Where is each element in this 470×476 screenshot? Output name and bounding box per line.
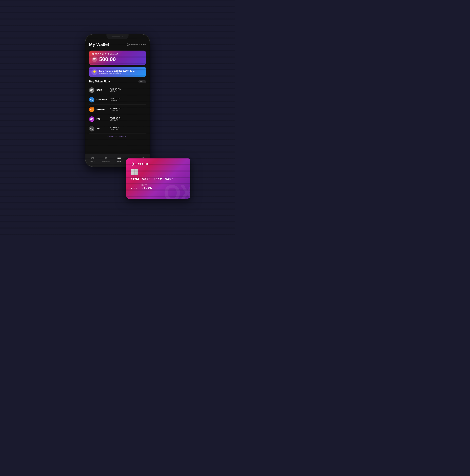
plan-details-basic: 3 $LEGIT Toke USD 3.00 bbox=[110, 88, 146, 92]
referral-banner[interactable]: ⭐ Invite Friends & Get FREE $LEGIT Token… bbox=[89, 67, 146, 77]
balance-amount-row: 500.00 bbox=[92, 56, 143, 62]
speaker bbox=[112, 36, 120, 37]
question-icon: ? bbox=[127, 43, 130, 46]
card-x-icon: ✕ bbox=[134, 163, 136, 166]
card-number-group-2: 5678 bbox=[142, 178, 151, 181]
plan-tokens-basic: 3 $LEGIT Toke bbox=[110, 88, 146, 90]
plans-header: Buy Token Plans USD bbox=[89, 80, 146, 83]
plan-item-standard[interactable]: STANDARD 6 $LEGIT Tok USD 6.00 bbox=[89, 95, 146, 105]
card-chip bbox=[131, 169, 138, 175]
phone-frame: My Wallet ? What are $LEGIT? $LEGIT TOKE… bbox=[85, 34, 150, 167]
plan-tokens-vip: 100 $LEGIT T bbox=[110, 127, 146, 129]
nav-item-legit[interactable]: LEGIT bbox=[88, 155, 97, 163]
svg-rect-15 bbox=[130, 158, 132, 158]
expires-line1: EXPIRES bbox=[141, 184, 147, 185]
card-expires: EXPIRES END 01/25 bbox=[141, 183, 152, 190]
card-footer: 1234 EXPIRES END 01/25 bbox=[131, 183, 186, 190]
svg-point-6 bbox=[90, 109, 92, 110]
business-link[interactable]: Business Partnership GET bbox=[89, 134, 146, 140]
plan-price-standard: USD 6.00 bbox=[110, 100, 146, 102]
plan-details-pro: 30 $LEGIT To USD 30.00 bbox=[110, 117, 146, 121]
svg-point-5 bbox=[92, 99, 93, 101]
plan-tokens-standard: 6 $LEGIT Tok bbox=[110, 98, 146, 100]
wallet-header: My Wallet ? What are $LEGIT? bbox=[89, 42, 146, 47]
plan-name-premium: PREMIUM bbox=[97, 108, 108, 110]
svg-point-4 bbox=[90, 99, 92, 101]
plan-item-premium[interactable]: PREMIUM 10 $LEGIT To USD 10.00 bbox=[89, 105, 146, 114]
business-link-text: Business Partnership GET bbox=[108, 136, 128, 137]
referral-text: Invite Friends & Get FREE $LEGIT Token G… bbox=[99, 70, 141, 74]
plan-icon-basic bbox=[89, 87, 95, 93]
plan-item-basic[interactable]: BASIC 3 $LEGIT Toke USD 3.00 bbox=[89, 85, 146, 95]
card-logo: ✕ bbox=[131, 163, 136, 166]
card-holder-number: 1234 bbox=[131, 187, 137, 190]
screen-content: My Wallet ? What are $LEGIT? $LEGIT TOKE… bbox=[85, 34, 150, 154]
svg-point-9 bbox=[92, 119, 93, 120]
plan-list: BASIC 3 $LEGIT Toke USD 3.00 bbox=[89, 85, 146, 134]
referral-title: Invite Friends & Get FREE $LEGIT Token bbox=[99, 70, 141, 72]
plan-price-premium: USD 10.00 bbox=[110, 109, 146, 111]
plan-details-standard: 6 $LEGIT Tok USD 6.00 bbox=[110, 98, 146, 102]
plan-price-vip: USD 90.00 U bbox=[110, 129, 146, 131]
plan-name-pro: PRO bbox=[97, 118, 108, 120]
referral-icon: ⭐ bbox=[91, 69, 97, 75]
svg-rect-13 bbox=[119, 158, 120, 158]
plan-icon-premium bbox=[89, 107, 95, 112]
expires-value: 01/25 bbox=[141, 187, 152, 190]
card-brand: $LEGIT bbox=[138, 162, 150, 166]
plan-price-basic: USD 3.00 bbox=[110, 90, 146, 92]
nav-item-wallet[interactable]: Wallet bbox=[115, 155, 123, 163]
token-icon bbox=[92, 56, 97, 62]
what-legit-button[interactable]: ? What are $LEGIT? bbox=[127, 43, 146, 46]
plan-name-vip: VIP bbox=[97, 128, 108, 130]
plan-tokens-premium: 10 $LEGIT To bbox=[110, 108, 146, 109]
phone-screen: My Wallet ? What are $LEGIT? $LEGIT TOKE… bbox=[85, 34, 150, 167]
wallet-icon bbox=[117, 156, 121, 160]
token-amount: 500.00 bbox=[99, 56, 116, 62]
balance-label: $LEGIT TOKEN BALANCE bbox=[92, 53, 143, 55]
card-header: ✕ $LEGIT bbox=[131, 162, 186, 166]
nav-item-marketplace[interactable]: Marketplace bbox=[100, 155, 112, 163]
plan-item-pro[interactable]: PRO 30 $LEGIT To USD 30.00 bbox=[89, 114, 146, 124]
card-circle-icon bbox=[131, 163, 134, 166]
referral-subtitle: Got a referral code? Enter here. bbox=[99, 72, 141, 74]
phone-notch bbox=[106, 34, 129, 39]
wallet-title: My Wallet bbox=[89, 42, 109, 47]
camera bbox=[122, 36, 123, 37]
expires-label: EXPIRES END bbox=[141, 183, 152, 187]
plan-icon-standard bbox=[89, 97, 95, 102]
token-balance-card: $LEGIT TOKEN BALANCE 500.00 bbox=[89, 51, 146, 65]
card-number-group-1: 1234 bbox=[131, 178, 139, 181]
svg-point-3 bbox=[92, 89, 93, 91]
referral-arrow-icon: › bbox=[143, 70, 144, 73]
plan-item-vip[interactable]: VIP 100 $LEGIT T USD 90.00 U bbox=[89, 124, 146, 134]
plan-details-vip: 100 $LEGIT T USD 90.00 U bbox=[110, 127, 146, 131]
svg-point-10 bbox=[90, 128, 92, 129]
plan-price-pro: USD 30.00 bbox=[110, 119, 146, 121]
plan-name-standard: STANDARD bbox=[97, 99, 108, 101]
what-legit-label: What are $LEGIT? bbox=[130, 43, 146, 46]
star-icon: ⭐ bbox=[93, 70, 96, 73]
currency-badge[interactable]: USD bbox=[138, 80, 146, 83]
svg-rect-14 bbox=[130, 157, 132, 157]
plan-details-premium: 10 $LEGIT To USD 10.00 bbox=[110, 108, 146, 111]
card-number-group-4: 3456 bbox=[165, 178, 174, 181]
nav-label-wallet: Wallet bbox=[117, 161, 121, 163]
expires-line2: END bbox=[141, 185, 144, 186]
card-number-group-3: 9012 bbox=[153, 178, 162, 181]
tag-icon bbox=[104, 156, 107, 160]
svg-point-7 bbox=[92, 109, 93, 110]
card-number: 1234 5678 9012 3456 bbox=[131, 178, 186, 181]
nav-label-legit: LEGIT bbox=[90, 161, 95, 162]
plan-icon-pro bbox=[89, 116, 95, 122]
svg-point-11 bbox=[92, 128, 93, 129]
svg-point-8 bbox=[90, 119, 92, 120]
plan-tokens-pro: 30 $LEGIT To bbox=[110, 117, 146, 119]
nav-label-marketplace: Marketplace bbox=[102, 161, 110, 162]
plans-title: Buy Token Plans bbox=[89, 80, 111, 83]
home-icon bbox=[91, 156, 94, 160]
plan-icon-vip bbox=[89, 126, 95, 132]
credit-card: OX ✕ $LEGIT 1234 5678 9012 3456 1234 EXP… bbox=[126, 158, 190, 199]
svg-point-2 bbox=[90, 89, 92, 91]
plan-name-basic: BASIC bbox=[97, 89, 108, 91]
